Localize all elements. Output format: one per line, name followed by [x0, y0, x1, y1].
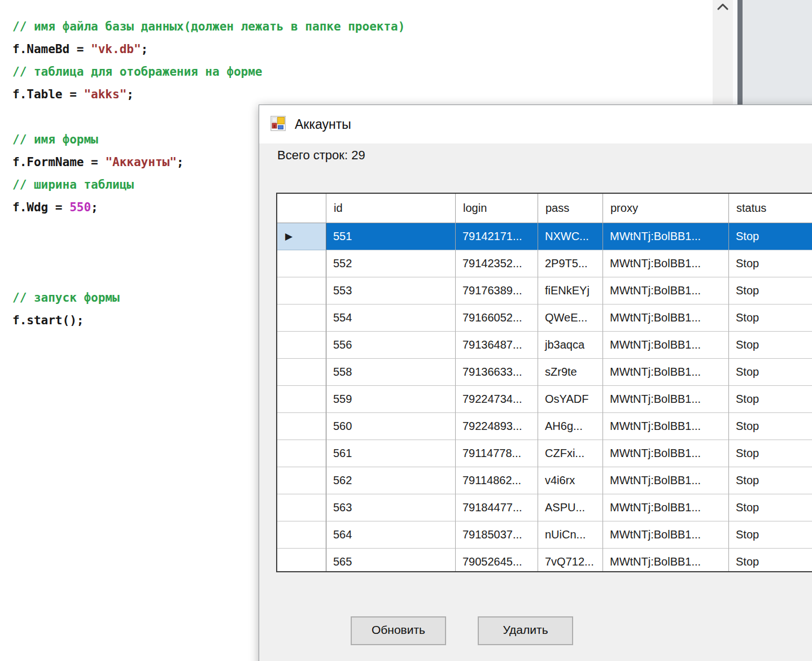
grid-cell-pass[interactable]: 2P9T5...: [538, 250, 603, 277]
grid-cell-login[interactable]: 79185037...: [456, 521, 538, 549]
scrollbar-up-button[interactable]: [713, 0, 733, 16]
grid-cell-login[interactable]: 79166052...: [456, 305, 538, 332]
grid-cell-proxy[interactable]: MWtNTj:BolBB1...: [603, 549, 729, 572]
grid-cell-pass[interactable]: NXWC...: [538, 223, 603, 250]
window-titlebar[interactable]: Аккаунты: [259, 105, 812, 143]
accounts-window: Аккаунты Всего строк: 29 idloginpassprox…: [259, 105, 812, 661]
grid-cell-login[interactable]: 79184477...: [456, 494, 538, 521]
grid-cell-id[interactable]: 564: [326, 521, 456, 549]
grid-cell-status[interactable]: Stop: [729, 440, 812, 467]
grid-cell-proxy[interactable]: MWtNTj:BolBB1...: [603, 277, 729, 305]
grid-cell-pass[interactable]: nUiCn...: [538, 521, 603, 549]
grid-cell-id[interactable]: 561: [326, 440, 456, 467]
code-token-plain: ;: [126, 88, 134, 101]
grid-row-header[interactable]: [277, 332, 326, 359]
grid-cell-login[interactable]: 79142352...: [456, 250, 538, 277]
grid-cell-pass[interactable]: v4i6rx: [538, 467, 603, 494]
grid-cell-proxy[interactable]: MWtNTj:BolBB1...: [603, 223, 729, 250]
grid-cell-id[interactable]: 553: [326, 277, 456, 305]
grid-cell-status[interactable]: Stop: [729, 277, 812, 305]
grid-cell-status[interactable]: Stop: [729, 250, 812, 277]
grid-cell-login[interactable]: 79136487...: [456, 332, 538, 359]
grid-row-header[interactable]: ▶: [277, 223, 326, 250]
grid-cell-proxy[interactable]: MWtNTj:BolBB1...: [603, 413, 729, 440]
grid-row-header[interactable]: [277, 277, 326, 305]
grid-cell-id[interactable]: 560: [326, 413, 456, 440]
grid-cell-id[interactable]: 565: [326, 549, 456, 572]
table-row: 55379176389...fiENkEYjMWtNTj:BolBB1...St…: [277, 277, 812, 305]
grid-row-header[interactable]: [277, 549, 326, 572]
grid-cell-status[interactable]: Stop: [729, 223, 812, 250]
code-token-comment: // имя файла базы данных(должен лежать в…: [12, 20, 405, 33]
grid-cell-id[interactable]: 558: [326, 359, 456, 386]
grid-cell-id[interactable]: 559: [326, 386, 456, 413]
grid-column-header-status[interactable]: status: [729, 194, 812, 223]
grid-column-header-login[interactable]: login: [456, 194, 538, 223]
grid-cell-pass[interactable]: fiENkEYj: [538, 277, 603, 305]
grid-cell-proxy[interactable]: MWtNTj:BolBB1...: [603, 494, 729, 521]
grid-cell-login[interactable]: 79142171...: [456, 223, 538, 250]
table-row: 55679136487...jb3aqcaMWtNTj:BolBB1...Sto…: [277, 332, 812, 359]
grid-column-header-id[interactable]: id: [326, 194, 456, 223]
winforms-app-icon[interactable]: [270, 116, 286, 133]
code-token-plain: f.NameBd =: [12, 42, 91, 56]
grid-cell-status[interactable]: Stop: [729, 413, 812, 440]
grid-cell-id[interactable]: 562: [326, 467, 456, 494]
grid-cell-pass[interactable]: ASPU...: [538, 494, 603, 521]
grid-cell-status[interactable]: Stop: [729, 332, 812, 359]
grid-row-header[interactable]: [277, 413, 326, 440]
grid-cell-proxy[interactable]: MWtNTj:BolBB1...: [603, 305, 729, 332]
grid-cell-proxy[interactable]: MWtNTj:BolBB1...: [603, 467, 729, 494]
grid-cell-login[interactable]: 79136633...: [456, 359, 538, 386]
grid-cell-proxy[interactable]: MWtNTj:BolBB1...: [603, 250, 729, 277]
grid-row-header[interactable]: [277, 305, 326, 332]
grid-row-header[interactable]: [277, 250, 326, 277]
grid-cell-pass[interactable]: jb3aqca: [538, 332, 603, 359]
grid-cell-pass[interactable]: AH6g...: [538, 413, 603, 440]
grid-cell-id[interactable]: 551: [326, 223, 456, 250]
grid-cell-pass[interactable]: CZFxi...: [538, 440, 603, 467]
grid-cell-proxy[interactable]: MWtNTj:BolBB1...: [603, 386, 729, 413]
grid-row-header[interactable]: [277, 467, 326, 494]
grid-corner-header[interactable]: [277, 194, 326, 223]
grid-row-header[interactable]: [277, 494, 326, 521]
grid-cell-status[interactable]: Stop: [729, 494, 812, 521]
code-token-plain: ;: [177, 155, 184, 169]
grid-cell-id[interactable]: 556: [326, 332, 456, 359]
grid-cell-login[interactable]: 79224893...: [456, 413, 538, 440]
grid-cell-pass[interactable]: OsYADF: [538, 386, 603, 413]
grid-cell-status[interactable]: Stop: [729, 521, 812, 549]
code-line: // таблица для отображения на форме: [12, 60, 713, 83]
grid-cell-login[interactable]: 79114862...: [456, 467, 538, 494]
refresh-button[interactable]: Обновить: [351, 616, 446, 645]
grid-cell-pass[interactable]: sZr9te: [538, 359, 603, 386]
code-token-comment: // имя формы: [12, 133, 98, 146]
grid-row-header[interactable]: [277, 359, 326, 386]
grid-cell-login[interactable]: 79224734...: [456, 386, 538, 413]
grid-cell-pass[interactable]: 7vQ712...: [538, 549, 603, 572]
grid-cell-login[interactable]: 79052645...: [456, 549, 538, 572]
grid-cell-id[interactable]: 552: [326, 250, 456, 277]
grid-cell-proxy[interactable]: MWtNTj:BolBB1...: [603, 332, 729, 359]
grid-row-header[interactable]: [277, 521, 326, 549]
grid-cell-status[interactable]: Stop: [729, 386, 812, 413]
grid-cell-proxy[interactable]: MWtNTj:BolBB1...: [603, 359, 729, 386]
delete-button[interactable]: Удалить: [478, 616, 573, 645]
grid-cell-status[interactable]: Stop: [729, 305, 812, 332]
grid-row-header[interactable]: [277, 386, 326, 413]
grid-cell-id[interactable]: 563: [326, 494, 456, 521]
grid-cell-proxy[interactable]: MWtNTj:BolBB1...: [603, 440, 729, 467]
grid-cell-id[interactable]: 554: [326, 305, 456, 332]
grid-row-header[interactable]: [277, 440, 326, 467]
grid-cell-proxy[interactable]: MWtNTj:BolBB1...: [603, 521, 729, 549]
grid-cell-login[interactable]: 79176389...: [456, 277, 538, 305]
code-token-comment: // ширина таблицы: [12, 178, 134, 192]
grid-column-header-pass[interactable]: pass: [538, 194, 603, 223]
grid-cell-login[interactable]: 79114778...: [456, 440, 538, 467]
grid-cell-status[interactable]: Stop: [729, 359, 812, 386]
grid-column-header-proxy[interactable]: proxy: [603, 194, 729, 223]
grid-cell-status[interactable]: Stop: [729, 549, 812, 572]
grid-cell-status[interactable]: Stop: [729, 467, 812, 494]
grid-cell-pass[interactable]: QWeE...: [538, 305, 603, 332]
table-row: 56579052645...7vQ712...MWtNTj:BolBB1...S…: [277, 549, 812, 572]
